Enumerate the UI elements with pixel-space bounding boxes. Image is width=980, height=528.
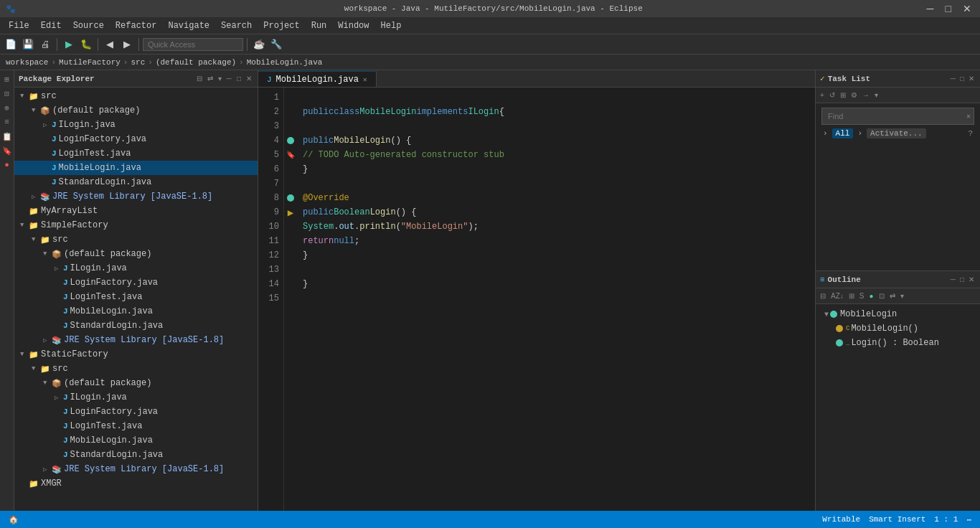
tree-item-14[interactable]: JLoginTest.java bbox=[14, 290, 258, 304]
left-icon-3[interactable]: ⊕ bbox=[1, 102, 13, 113]
tree-item-5[interactable]: JMobileLogin.java bbox=[14, 161, 258, 175]
ol-sync-button[interactable]: ⇄ bbox=[888, 292, 897, 300]
maximize-button[interactable]: □ bbox=[943, 3, 954, 14]
ol-collapse-button[interactable]: ⊟ bbox=[819, 292, 827, 300]
tl-forward-button[interactable]: → bbox=[861, 91, 871, 99]
menu-item-navigate[interactable]: Navigate bbox=[162, 19, 215, 32]
close-button[interactable]: ✕ bbox=[960, 3, 974, 14]
tree-item-8[interactable]: 📁MyArrayList bbox=[14, 204, 258, 218]
left-icon-7[interactable]: ● bbox=[1, 159, 13, 171]
tree-item-1[interactable]: ▼📦(default package) bbox=[14, 103, 258, 118]
tree-item-26[interactable]: ▷📚JRE System Library [JavaSE-1.8] bbox=[14, 462, 258, 476]
pe-collapse-button[interactable]: ⊟ bbox=[195, 75, 204, 82]
left-icon-6[interactable]: 🔖 bbox=[1, 145, 13, 156]
ol-sort-button[interactable]: AZ↓ bbox=[829, 292, 845, 300]
outline-item-mobilelogin-class[interactable]: ▼ MobileLogin bbox=[819, 307, 977, 321]
toolbar-debug-perspective[interactable]: 🔧 bbox=[268, 37, 284, 52]
task-list-find-input[interactable] bbox=[825, 110, 963, 122]
tree-item-25[interactable]: JStandardLogin.java bbox=[14, 448, 258, 462]
tree-item-6[interactable]: JStandardLogin.java bbox=[14, 175, 258, 189]
toolbar-run-button[interactable]: ▶ bbox=[61, 37, 77, 52]
pe-close-button[interactable]: ✕ bbox=[245, 75, 253, 82]
tree-item-15[interactable]: JMobileLogin.java bbox=[14, 304, 258, 319]
editor-content[interactable]: 123456789101112131415 🔖▶ public class Mo… bbox=[258, 88, 815, 511]
tl-settings-button[interactable]: ⚙ bbox=[849, 91, 859, 99]
ol-public-button[interactable]: ● bbox=[867, 292, 875, 300]
tree-item-24[interactable]: JMobileLogin.java bbox=[14, 433, 258, 448]
tree-item-16[interactable]: JStandardLogin.java bbox=[14, 319, 258, 333]
tree-item-20[interactable]: ▼📦(default package) bbox=[14, 376, 258, 390]
tree-item-0[interactable]: ▼📁src bbox=[14, 89, 258, 103]
bc-file[interactable]: MobileLogin.java bbox=[247, 58, 323, 67]
tl-filter-all[interactable]: All bbox=[832, 128, 854, 138]
tree-item-18[interactable]: ▼📁StaticFactory bbox=[14, 347, 258, 362]
editor-tab-mobilejava[interactable]: J MobileLogin.java ✕ bbox=[258, 71, 377, 87]
left-icon-1[interactable]: ⊞ bbox=[1, 73, 13, 85]
tl-maximize-button[interactable]: □ bbox=[958, 75, 966, 82]
bc-project[interactable]: MutileFactory bbox=[59, 58, 121, 67]
left-icon-2[interactable]: ⊡ bbox=[1, 88, 13, 99]
tl-filter-button[interactable]: ⊞ bbox=[839, 91, 847, 99]
tl-filter-help[interactable]: ? bbox=[968, 129, 973, 138]
ol-menu-button[interactable]: ▾ bbox=[899, 292, 905, 300]
bc-src[interactable]: src bbox=[131, 58, 145, 67]
tree-item-23[interactable]: JLoginTest.java bbox=[14, 419, 258, 433]
menu-item-search[interactable]: Search bbox=[215, 19, 258, 32]
outline-item-login-method[interactable]: _ Login() : Boolean bbox=[819, 336, 977, 350]
tree-item-27[interactable]: 📁XMGR bbox=[14, 476, 258, 491]
minimize-button[interactable]: ─ bbox=[924, 3, 937, 14]
ol-fields-button[interactable]: ⊞ bbox=[847, 292, 856, 300]
ol-close-button[interactable]: ✕ bbox=[967, 275, 976, 283]
ol-maximize-button[interactable]: □ bbox=[958, 275, 966, 283]
bc-package[interactable]: (default package) bbox=[156, 58, 236, 67]
left-icon-4[interactable]: ≡ bbox=[1, 116, 13, 128]
tree-item-22[interactable]: JLoginFactory.java bbox=[14, 405, 258, 419]
toolbar-print-button[interactable]: 🖨 bbox=[37, 37, 53, 52]
menu-item-help[interactable]: Help bbox=[375, 19, 407, 32]
menu-item-project[interactable]: Project bbox=[258, 19, 305, 32]
toolbar-forward-button[interactable]: ▶ bbox=[119, 37, 135, 52]
tree-item-19[interactable]: ▼📁src bbox=[14, 362, 258, 376]
tl-minimize-button[interactable]: ─ bbox=[949, 75, 957, 82]
tree-item-11[interactable]: ▼📦(default package) bbox=[14, 247, 258, 261]
pe-maximize-button[interactable]: □ bbox=[235, 75, 242, 82]
tree-item-4[interactable]: JLoginTest.java bbox=[14, 146, 258, 161]
tree-item-17[interactable]: ▷📚JRE System Library [JavaSE-1.8] bbox=[14, 333, 258, 347]
tl-menu-button[interactable]: ▾ bbox=[873, 91, 880, 99]
tl-find-clear-icon[interactable]: ✕ bbox=[966, 112, 971, 121]
menu-item-edit[interactable]: Edit bbox=[35, 19, 67, 32]
bc-workspace[interactable]: workspace bbox=[6, 58, 48, 67]
tl-filter-activate[interactable]: Activate... bbox=[867, 128, 926, 138]
quick-access-input[interactable] bbox=[143, 38, 243, 51]
ol-minimize-button[interactable]: ─ bbox=[949, 275, 957, 283]
outline-item-constructor[interactable]: C MobileLogin() bbox=[819, 321, 977, 336]
tree-item-7[interactable]: ▷📚JRE System Library [JavaSE-1.8] bbox=[14, 189, 258, 204]
code-editor[interactable]: public class MobileLogin implements ILog… bbox=[297, 88, 815, 511]
pe-sync-button[interactable]: ⇄ bbox=[206, 75, 215, 82]
tl-new-button[interactable]: + bbox=[819, 91, 826, 99]
menu-item-window[interactable]: Window bbox=[332, 19, 374, 32]
pe-menu-button[interactable]: ▾ bbox=[217, 75, 223, 82]
tree-item-12[interactable]: ▷JILogin.java bbox=[14, 261, 258, 275]
tree-item-9[interactable]: ▼📁SimpleFactory bbox=[14, 218, 258, 232]
menu-item-refactor[interactable]: Refactor bbox=[110, 19, 163, 32]
ol-static-button[interactable]: S bbox=[858, 292, 866, 300]
tl-refresh-button[interactable]: ↺ bbox=[828, 91, 837, 99]
menu-item-source[interactable]: Source bbox=[67, 19, 110, 32]
tree-item-3[interactable]: JLoginFactory.java bbox=[14, 132, 258, 146]
tree-item-2[interactable]: ▷JILogin.java bbox=[14, 118, 258, 132]
tree-item-10[interactable]: ▼📁src bbox=[14, 232, 258, 247]
toolbar-debug-button[interactable]: 🐛 bbox=[78, 37, 94, 52]
tree-item-21[interactable]: ▷JILogin.java bbox=[14, 390, 258, 405]
ol-filter-button[interactable]: ⊡ bbox=[877, 292, 886, 300]
toolbar-new-button[interactable]: 📄 bbox=[3, 37, 19, 52]
toolbar-save-button[interactable]: 💾 bbox=[20, 37, 36, 52]
tl-close-button[interactable]: ✕ bbox=[967, 75, 976, 82]
left-icon-5[interactable]: 📋 bbox=[1, 131, 13, 142]
menu-item-file[interactable]: File bbox=[3, 19, 35, 32]
toolbar-back-button[interactable]: ◀ bbox=[102, 37, 118, 52]
toolbar-java-perspective[interactable]: ☕ bbox=[251, 37, 267, 52]
tab-close-button[interactable]: ✕ bbox=[363, 75, 367, 84]
menu-item-run[interactable]: Run bbox=[306, 19, 333, 32]
tree-item-13[interactable]: JLoginFactory.java bbox=[14, 275, 258, 290]
